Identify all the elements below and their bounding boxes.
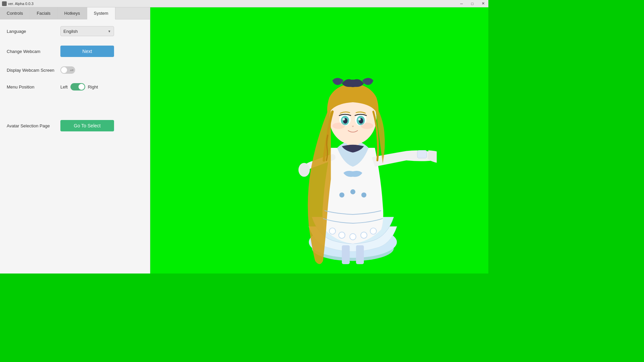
tab-system[interactable]: System	[87, 7, 115, 19]
menu-position-toggle[interactable]	[70, 83, 85, 90]
menu-toggle-thumb	[78, 84, 85, 90]
svg-rect-26	[356, 245, 364, 264]
tab-bar: Controls Facials Hotkeys System	[0, 7, 150, 19]
title-bar-text: ver. Alpha 0.0.3	[8, 2, 34, 6]
restore-button[interactable]: □	[467, 0, 478, 7]
language-control: Engilsh ▼	[60, 26, 143, 36]
avatar-svg	[269, 22, 437, 274]
content-area: Language Engilsh ▼ Change Webcam Next Di…	[0, 19, 150, 274]
display-webcam-toggle[interactable]: off	[60, 66, 75, 74]
display-webcam-control: off	[60, 66, 143, 74]
avatar-container	[269, 22, 437, 274]
svg-point-13	[358, 118, 361, 121]
tab-facials[interactable]: Facials	[30, 7, 57, 19]
toggle-off-label: off	[70, 69, 73, 72]
app-icon	[2, 1, 7, 6]
svg-point-21	[339, 232, 345, 238]
left-panel: Controls Facials Hotkeys System Language…	[0, 7, 150, 274]
title-bar-controls: ─ □ ✕	[456, 0, 488, 7]
change-webcam-row: Change Webcam Next	[7, 46, 143, 57]
svg-point-12	[342, 118, 345, 121]
tab-controls[interactable]: Controls	[0, 7, 30, 19]
change-webcam-control: Next	[60, 46, 143, 57]
svg-point-2	[299, 163, 310, 177]
svg-point-5	[348, 80, 358, 87]
language-label: Language	[7, 29, 60, 34]
menu-position-label: Menu Position	[7, 84, 60, 89]
avatar-selection-label: Avatar Selection Page	[7, 123, 60, 128]
language-value: Engilsh	[63, 29, 78, 34]
svg-rect-25	[342, 245, 350, 264]
svg-point-15	[361, 123, 373, 129]
menu-left-label: Left	[60, 84, 68, 89]
display-webcam-label: Display Webcam Screen	[7, 68, 60, 73]
avatar-selection-control: Go To Select	[60, 120, 143, 131]
dropdown-arrow-icon: ▼	[108, 29, 111, 33]
change-webcam-label: Change Webcam	[7, 49, 60, 54]
svg-point-16	[339, 192, 344, 197]
svg-point-14	[332, 123, 345, 129]
svg-rect-19	[417, 150, 427, 158]
svg-point-18	[361, 192, 366, 197]
svg-point-22	[350, 234, 356, 240]
spacer	[7, 100, 143, 120]
toggle-thumb	[61, 67, 67, 73]
svg-point-23	[361, 232, 367, 238]
menu-right-label: Right	[88, 84, 98, 89]
go-to-select-button[interactable]: Go To Select	[60, 120, 114, 131]
title-bar: ver. Alpha 0.0.3 ─ □ ✕	[0, 0, 488, 7]
language-dropdown[interactable]: Engilsh ▼	[60, 26, 114, 36]
svg-point-17	[351, 189, 356, 194]
close-button[interactable]: ✕	[478, 0, 488, 7]
green-screen-panel	[150, 7, 488, 274]
tab-hotkeys[interactable]: Hotkeys	[58, 7, 87, 19]
language-row: Language Engilsh ▼	[7, 26, 143, 36]
svg-point-24	[370, 228, 377, 234]
avatar-selection-row: Avatar Selection Page Go To Select	[7, 120, 143, 131]
menu-position-row: Menu Position Left Right	[7, 83, 143, 90]
next-button[interactable]: Next	[60, 46, 114, 57]
minimize-button[interactable]: ─	[456, 0, 467, 7]
svg-point-20	[329, 228, 336, 234]
main-container: Controls Facials Hotkeys System Language…	[0, 7, 488, 274]
menu-position-toggle-group: Left Right	[60, 83, 98, 90]
title-bar-left: ver. Alpha 0.0.3	[0, 1, 34, 6]
menu-position-control: Left Right	[60, 83, 143, 90]
display-webcam-row: Display Webcam Screen off	[7, 66, 143, 74]
